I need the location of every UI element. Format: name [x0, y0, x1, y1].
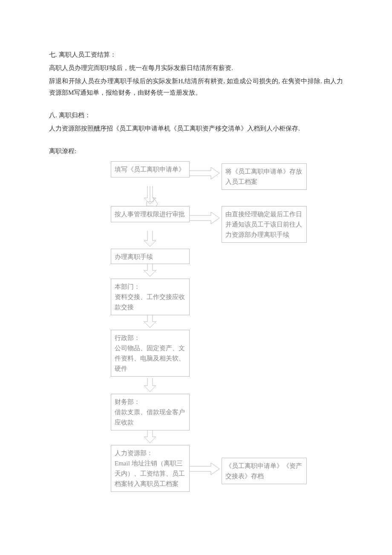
resignation-flowchart: 填写《员工离职申请单》 按人事管理权限进行审批 办理离职手续 本部门：资料交接、…	[111, 161, 392, 511]
section-8-heading: 八. 离职归档：	[49, 110, 343, 121]
section-7-line1: 高职人员办理完而职F续后，统一在每月实际发薪日结清所有薪资.	[49, 62, 343, 74]
flow-side-manager-notify: 由直接经理确定最后工作日并通知该员工于该日前往人力资源部办理离职手续	[222, 206, 307, 243]
flow-step-admin: 行政部：公司物品、固定资产、文件资料、电脑及相关软、硬件	[111, 330, 190, 377]
flow-step-department: 本部门：资料交接、工作交接应收款交接	[111, 279, 190, 315]
flowchart-heading: 离职潦程:	[49, 145, 343, 157]
section-7-line2: 辞退和开除人员在办理离职手续后的实际发新H,结清所有耕资, 如造成公司损失的, …	[49, 76, 343, 99]
flow-step-process: 办理离职手续	[111, 249, 190, 264]
flow-step-fill-form: 填写《员工离职申请单》	[111, 161, 190, 177]
flow-step-approval: 按人事管理权限进行审批	[111, 206, 190, 222]
section-7-heading: 七. 离职人员工资结算：	[49, 49, 343, 61]
flow-step-finance: 财务部：借款支票、借款现金客户应收款	[111, 394, 190, 430]
flow-step-hr: 人力资源部：Email 地址注销（离职三天内）、工资结算、员工档案转入离职员工档…	[111, 445, 190, 492]
flow-side-file-archive: 《员工离职申请单》《资产交接表》存档	[222, 458, 307, 484]
svg-rect-2	[146, 186, 154, 199]
section-8-line1: 人力资源部按照醺序招《员工离职申请单机《员工离职资产移交清单》入档到人小柜保存.	[49, 123, 343, 134]
document-body: 七. 离职人员工资结算： 高职人员办理完而职F续后，统一在每月实际发薪日结清所有…	[0, 0, 392, 511]
flow-side-archive-form: 将《员工离职申请单》存放入员工档案	[222, 163, 307, 190]
